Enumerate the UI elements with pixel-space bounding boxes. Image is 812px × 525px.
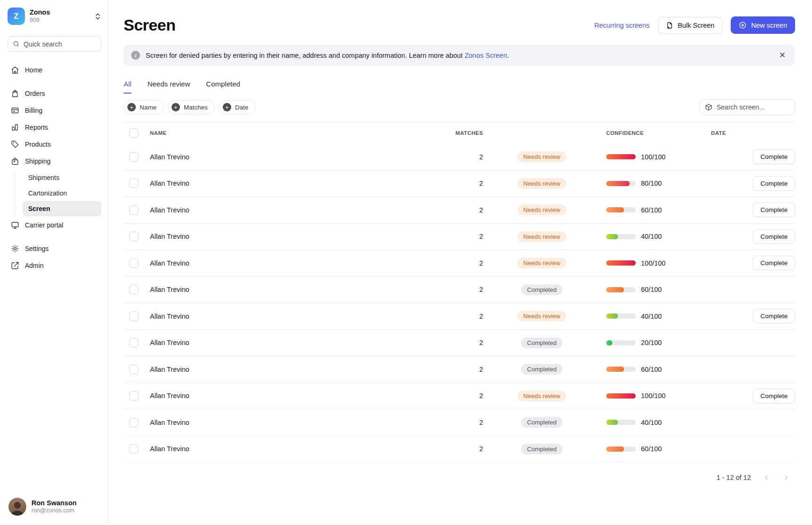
table-row[interactable]: Allan Trevino 2 Completed 60/100 [124,277,795,304]
org-switcher[interactable]: Z Zonos 909 [8,7,102,25]
table-row[interactable]: Allan Trevino 2 Needs review 80/100 Comp… [124,171,795,197]
row-name: Allan Trevino [145,313,431,320]
new-screen-button[interactable]: New screen [731,16,795,34]
confidence-label: 60/100 [641,206,662,214]
complete-button[interactable]: Complete [753,176,795,191]
table-row[interactable]: Allan Trevino 2 Completed 60/100 [124,356,795,383]
column-header-date: DATE [690,130,746,136]
complete-button[interactable]: Complete [753,309,795,323]
row-checkbox[interactable] [129,444,139,454]
chevron-left-icon[interactable] [763,474,770,481]
tab-completed[interactable]: Completed [206,80,241,94]
sidebar-item-orders[interactable]: Orders [8,86,102,101]
confidence-label: 40/100 [641,313,662,320]
row-checkbox[interactable] [129,259,139,268]
confidence-bar-track [606,447,636,452]
monitor-icon [10,220,19,229]
row-checkbox[interactable] [129,418,139,427]
confidence-bar-track [606,181,636,186]
row-name: Allan Trevino [145,445,431,453]
zonos-screen-link[interactable]: Zonos Screen [465,52,507,59]
status-badge: Needs review [517,258,567,268]
sidebar-item-admin[interactable]: Admin [8,258,102,273]
bulk-screen-button[interactable]: Bulk Screen [658,17,722,34]
row-checkbox[interactable] [129,312,139,321]
row-checkbox[interactable] [129,285,139,294]
table-row[interactable]: Allan Trevino 2 Needs review 60/100 Comp… [124,197,795,224]
row-checkbox[interactable] [129,232,139,241]
filter-matches-pill[interactable]: + Matches [168,100,215,114]
column-header-confidence: CONFIDENCE [601,130,690,136]
sidebar-item-shipping[interactable]: Shipping [8,153,102,169]
tab-all[interactable]: All [124,80,132,94]
row-checkbox[interactable] [129,338,139,347]
status-badge: Needs review [517,311,567,321]
confidence-label: 20/100 [641,339,662,346]
table-row[interactable]: Allan Trevino 2 Needs review 40/100 Comp… [124,224,795,251]
confidence-bar-track [606,313,636,319]
complete-button[interactable]: Complete [753,256,795,270]
complete-button[interactable]: Complete [753,203,795,217]
screen-search-input[interactable] [699,99,795,115]
sidebar-item-billing[interactable]: Billing [8,102,102,118]
confidence-cell: 60/100 [601,366,690,373]
table-row[interactable]: Allan Trevino 2 Needs review 100/100 Com… [124,383,795,410]
confidence-label: 80/100 [641,180,662,187]
table-row[interactable]: Allan Trevino 2 Needs review 100/100 Com… [124,250,795,277]
close-icon[interactable]: ✕ [777,51,788,59]
external-link-icon [10,261,19,270]
row-name: Allan Trevino [145,180,431,187]
confidence-label: 100/100 [641,153,665,161]
user-menu[interactable]: Ron Swanson ron@zonos.com [8,496,102,517]
table-row[interactable]: Allan Trevino 2 Completed 40/100 [124,409,795,436]
table-row[interactable]: Allan Trevino 2 Needs review 40/100 Comp… [124,303,795,330]
sidebar-item-reports[interactable]: Reports [8,119,102,135]
row-checkbox[interactable] [129,391,139,400]
filter-name-pill[interactable]: + Name [124,100,164,114]
chevron-right-icon[interactable] [782,474,789,481]
table-row[interactable]: Allan Trevino 2 Completed 20/100 [124,330,795,357]
sidebar-item-shipments[interactable]: Shipments [23,170,102,185]
sidebar-item-products[interactable]: Products [8,136,102,152]
sidebar-item-carrier-portal[interactable]: Carrier portal [8,217,102,233]
row-checkbox[interactable] [129,152,139,162]
quick-search-input[interactable] [8,36,102,52]
tab-needs-review[interactable]: Needs review [148,80,190,94]
status-badge: Completed [521,284,563,295]
row-checkbox[interactable] [129,205,139,215]
sidebar-item-home[interactable]: Home [8,62,102,78]
complete-button[interactable]: Complete [753,389,795,403]
sidebar-item-label: Products [25,141,51,148]
confidence-bar-track [606,287,636,292]
sidebar-item-label: Reports [25,124,48,131]
confidence-label: 100/100 [641,392,665,400]
org-id: 909 [30,17,90,24]
table-row[interactable]: Allan Trevino 2 Completed 60/100 [124,436,795,463]
confidence-cell: 100/100 [601,259,690,267]
select-all-checkbox[interactable] [129,128,139,138]
page-header: Screen Recurring screens Bulk Screen New… [124,16,795,34]
sidebar-item-cartonization[interactable]: Cartonization [23,186,102,201]
main-content: Screen Recurring screens Bulk Screen New… [109,0,812,525]
row-checkbox[interactable] [129,179,139,188]
filter-date-pill[interactable]: + Date [219,100,256,114]
complete-button[interactable]: Complete [753,149,795,164]
sidebar-item-settings[interactable]: Settings [8,241,102,256]
complete-button[interactable]: Complete [753,229,795,244]
table-row[interactable]: Allan Trevino 2 Needs review 100/100 Com… [124,144,795,171]
row-matches: 2 [431,366,483,373]
row-matches: 2 [431,339,483,346]
confidence-bar-track [606,420,636,425]
sidebar-item-screen[interactable]: Screen [23,201,102,216]
recurring-screens-link[interactable]: Recurring screens [594,22,650,29]
table-header: NAME MATCHES CONFIDENCE DATE [124,122,795,144]
row-checkbox[interactable] [129,365,139,374]
quick-search-field[interactable] [23,40,96,48]
plus-icon: + [223,103,231,111]
row-name: Allan Trevino [145,339,431,346]
confidence-cell: 40/100 [601,419,690,426]
banner-text: Screen for denied parties by entering in… [146,52,772,59]
screen-search-field[interactable] [717,103,789,111]
sidebar-item-label: Admin [25,262,44,269]
table-body: Allan Trevino 2 Needs review 100/100 Com… [124,144,795,462]
